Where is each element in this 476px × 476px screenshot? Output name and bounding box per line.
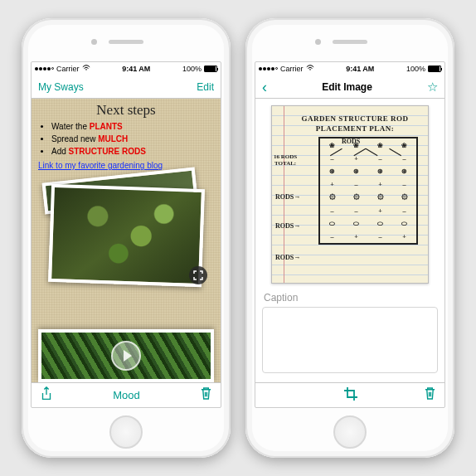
battery-icon: [204, 66, 217, 72]
carrier-label: Carrier: [280, 65, 304, 73]
status-time: 9:41 AM: [122, 65, 150, 73]
carrier-label: Carrier: [56, 65, 80, 73]
photo-foreground[interactable]: [48, 184, 205, 287]
battery-pct: 100%: [406, 65, 425, 73]
signal-dots-icon: [259, 67, 278, 70]
content-area[interactable]: Next steps Water the PLANTS Spread new M…: [32, 99, 221, 382]
screen-right: Carrier 9:41 AM 100% ‹ Edit Image ☆ GARD…: [255, 61, 445, 408]
note-title: Next steps: [38, 102, 214, 119]
phone-camera: [315, 39, 321, 45]
top-arrows-icon: [318, 147, 413, 155]
phone-camera: [91, 39, 97, 45]
trash-icon[interactable]: [424, 386, 436, 404]
expand-icon[interactable]: [189, 266, 207, 284]
nav-bar: ‹ Edit Image ☆: [255, 75, 444, 99]
side-label-2: RODS→: [275, 222, 300, 230]
play-icon[interactable]: [111, 341, 141, 371]
phone-right: Carrier 9:41 AM 100% ‹ Edit Image ☆ GARD…: [245, 18, 454, 458]
page-title: Edit Image: [267, 81, 427, 93]
edit-button[interactable]: Edit: [197, 81, 214, 93]
share-icon[interactable]: [40, 386, 53, 405]
status-time: 9:41 AM: [346, 65, 374, 73]
note-heading-2: PLACEMENT PLAN:: [289, 124, 421, 134]
photo-stack[interactable]: [38, 175, 214, 299]
caption-input[interactable]: [262, 307, 438, 373]
side-label-3: RODS→: [275, 254, 300, 261]
video-thumbnail[interactable]: [38, 329, 214, 382]
trash-icon[interactable]: [200, 386, 212, 404]
caption-label: Caption: [264, 292, 438, 304]
favorite-star-icon[interactable]: ☆: [427, 80, 438, 95]
phone-left: Carrier 9:41 AM 100% My Sways Edit Next …: [22, 18, 231, 458]
total-rods-label: 16 RODS TOTAL:: [274, 154, 297, 167]
bottom-toolbar: [255, 382, 444, 407]
wifi-icon: [306, 65, 314, 73]
battery-icon: [428, 66, 441, 72]
status-bar: Carrier 9:41 AM 100%: [32, 62, 221, 75]
bullet-list: Water the PLANTS Spread new MULCH Add ST…: [38, 120, 214, 158]
home-button[interactable]: [333, 415, 367, 449]
list-item: Spread new MULCH: [51, 133, 214, 145]
content-area: GARDEN STRUCTURE ROD PLACEMENT PLAN: ROD…: [255, 99, 444, 382]
battery-pct: 100%: [182, 65, 202, 73]
side-label-1: RODS→: [275, 193, 300, 201]
wifi-icon: [82, 65, 90, 73]
mood-button[interactable]: Mood: [113, 389, 140, 401]
phone-speaker: [109, 40, 143, 44]
rods-top-label: RODS: [342, 138, 360, 145]
list-item: Water the PLANTS: [51, 120, 214, 133]
bottom-toolbar: Mood: [32, 382, 221, 407]
list-item: Add STRUCTURE RODS: [51, 145, 214, 158]
note-heading-1: GARDEN STRUCTURE ROD: [289, 114, 421, 124]
phone-speaker: [333, 40, 367, 44]
back-button[interactable]: My Sways: [38, 81, 84, 93]
signal-dots-icon: [35, 67, 54, 70]
screen-left: Carrier 9:41 AM 100% My Sways Edit Next …: [31, 61, 221, 408]
home-button[interactable]: [109, 415, 143, 449]
handwritten-note-image[interactable]: GARDEN STRUCTURE ROD PLACEMENT PLAN: ROD…: [271, 105, 429, 284]
crop-icon[interactable]: [343, 386, 358, 405]
nav-bar: My Sways Edit: [32, 75, 221, 99]
status-bar: Carrier 9:41 AM 100%: [255, 62, 444, 75]
